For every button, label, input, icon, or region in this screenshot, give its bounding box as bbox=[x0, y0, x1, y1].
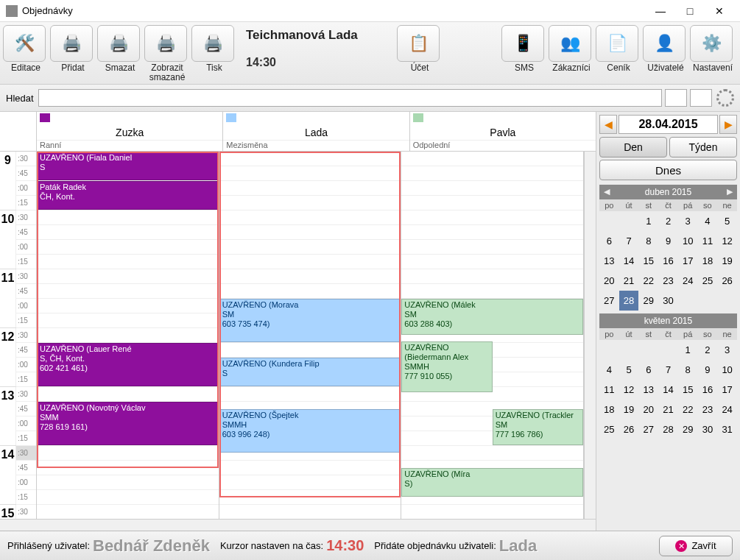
appointment[interactable]: UZAVŘENO (Míra S) bbox=[401, 468, 583, 497]
calendar-day[interactable]: 20 bbox=[638, 400, 658, 419]
calendar-day[interactable]: 20 bbox=[599, 271, 619, 291]
calendar-day[interactable]: 12 bbox=[717, 231, 737, 251]
prev-month-button[interactable]: ◀ bbox=[604, 187, 610, 196]
calendar-day[interactable]: 16 bbox=[698, 380, 718, 400]
calendar-day[interactable]: 15 bbox=[678, 380, 698, 400]
calendar-day[interactable]: 3 bbox=[678, 211, 698, 231]
calendar-day[interactable]: 28 bbox=[658, 419, 678, 439]
calendar-day[interactable]: 1 bbox=[638, 211, 658, 231]
calendar-grid[interactable]: 9:30:45:00:1510:30:45:00:1511:30:45:00:1… bbox=[0, 152, 596, 519]
calendar-day[interactable]: 26 bbox=[717, 271, 737, 291]
toolbar-sms-button[interactable]: 📱 bbox=[501, 25, 544, 62]
calendar-day[interactable]: 27 bbox=[599, 291, 619, 311]
calendar-day[interactable]: 22 bbox=[678, 400, 698, 419]
toolbar-smazat-button[interactable]: 🖨️ bbox=[97, 25, 140, 62]
appointment[interactable]: UZAVŘENO (Lauer René S, ČH, Kont. 602 42… bbox=[37, 343, 219, 386]
toolbar-editace-button[interactable]: 🛠️ bbox=[3, 25, 46, 62]
appointment[interactable]: UZAVŘENO (Novotný Václav SMM 728 619 161… bbox=[37, 402, 219, 445]
calendar-day[interactable]: 14 bbox=[619, 251, 639, 271]
appointment[interactable]: UZAVŘENO (Biedermann Alex SMMH 777 910 0… bbox=[401, 341, 492, 392]
calendar-day[interactable]: 10 bbox=[678, 231, 698, 251]
prev-day-button[interactable]: ◀ bbox=[599, 115, 617, 134]
staff-header[interactable]: Lada Mezisměna bbox=[223, 112, 409, 151]
calendar-day[interactable]: 8 bbox=[638, 231, 658, 251]
today-button[interactable]: Dnes bbox=[599, 160, 737, 180]
calendar-day[interactable]: 19 bbox=[717, 251, 737, 271]
calendar-day[interactable]: 13 bbox=[599, 251, 619, 271]
calendar-day[interactable]: 26 bbox=[619, 419, 639, 439]
toolbar-zákazníci-button[interactable]: 👥 bbox=[549, 25, 591, 62]
toolbar-ceník-button[interactable]: 📄 bbox=[596, 25, 638, 62]
calendar-day[interactable]: 16 bbox=[658, 251, 678, 271]
appointment[interactable]: UZAVŘENO (Trackler SM 777 196 786) bbox=[493, 409, 583, 445]
calendar-day[interactable]: 30 bbox=[658, 291, 678, 311]
calendar-day[interactable]: 10 bbox=[717, 360, 737, 380]
calendar-day[interactable]: 28 bbox=[619, 291, 639, 311]
appointment[interactable]: UZAVŘENO (Morava SM 603 735 474) bbox=[219, 299, 401, 342]
calendar-day[interactable]: 7 bbox=[658, 360, 678, 380]
calendar-day[interactable]: 25 bbox=[599, 419, 619, 439]
toolbar-přidat-button[interactable]: 🖨️ bbox=[50, 25, 93, 62]
horizontal-scrollbar[interactable] bbox=[0, 519, 596, 531]
calendar-day[interactable]: 22 bbox=[638, 271, 658, 291]
calendar-day[interactable]: 6 bbox=[599, 231, 619, 251]
calendar-day[interactable]: 17 bbox=[717, 380, 737, 400]
next-day-button[interactable]: ▶ bbox=[719, 115, 737, 134]
calendar-day[interactable]: 2 bbox=[698, 340, 718, 360]
toolbar-tisk-button[interactable]: 🖨️ bbox=[191, 25, 234, 62]
calendar-day[interactable]: 11 bbox=[599, 380, 619, 400]
calendar-day[interactable]: 6 bbox=[638, 360, 658, 380]
calendar-day[interactable]: 23 bbox=[658, 271, 678, 291]
next-month-button[interactable]: ▶ bbox=[727, 187, 733, 196]
search-input[interactable] bbox=[38, 89, 662, 107]
day-column-lada[interactable]: UZAVŘENO (Morava SM 603 735 474)UZAVŘENO… bbox=[219, 152, 402, 519]
day-column-pavla[interactable]: UZAVŘENO (Málek SM 603 288 403)UZAVŘENO … bbox=[401, 152, 584, 519]
account-button[interactable]: 📋 bbox=[397, 25, 440, 62]
calendar-day[interactable]: 21 bbox=[658, 400, 678, 419]
calendar-day[interactable]: 30 bbox=[698, 419, 718, 439]
toolbar-nastavení-button[interactable]: ⚙️ bbox=[690, 25, 733, 62]
appointment[interactable]: UZAVŘENO (Kundera Filip S bbox=[219, 358, 401, 386]
calendar-day[interactable]: 17 bbox=[678, 251, 698, 271]
calendar-day[interactable]: 8 bbox=[678, 360, 698, 380]
vertical-scrollbar[interactable] bbox=[584, 152, 596, 519]
staff-header[interactable]: Pavla Odpolední bbox=[410, 112, 596, 151]
appointment[interactable]: UZAVŘENO (Špejtek SMMH 603 996 248) bbox=[219, 409, 401, 453]
calendar-day[interactable]: 19 bbox=[619, 400, 639, 419]
calendar-day[interactable]: 18 bbox=[599, 400, 619, 419]
calendar-day[interactable]: 4 bbox=[599, 360, 619, 380]
view-day-button[interactable]: Den bbox=[599, 137, 667, 157]
calendar-day[interactable]: 5 bbox=[619, 360, 639, 380]
calendar-day[interactable]: 14 bbox=[658, 380, 678, 400]
calendar-day[interactable]: 21 bbox=[619, 271, 639, 291]
close-window-button[interactable]: ✕ bbox=[705, 1, 734, 21]
search-aux1[interactable] bbox=[665, 89, 687, 107]
calendar-day[interactable]: 3 bbox=[717, 340, 737, 360]
calendar-day[interactable]: 25 bbox=[698, 271, 718, 291]
calendar-day[interactable]: 24 bbox=[678, 271, 698, 291]
calendar-day[interactable]: 29 bbox=[638, 291, 658, 311]
calendar-day[interactable]: 13 bbox=[638, 380, 658, 400]
maximize-button[interactable]: □ bbox=[675, 1, 705, 21]
calendar-day[interactable]: 12 bbox=[619, 380, 639, 400]
minimize-button[interactable]: — bbox=[646, 1, 675, 21]
calendar-day[interactable]: 31 bbox=[717, 419, 737, 439]
calendar-day[interactable]: 23 bbox=[698, 400, 718, 419]
calendar-day[interactable]: 15 bbox=[638, 251, 658, 271]
calendar-day[interactable]: 29 bbox=[678, 419, 698, 439]
calendar-day[interactable]: 11 bbox=[698, 231, 718, 251]
search-aux2[interactable] bbox=[690, 89, 712, 107]
appointment[interactable]: Paták Radek ČH, Kont. bbox=[37, 181, 219, 210]
calendar-day[interactable]: 18 bbox=[698, 251, 718, 271]
calendar-day[interactable]: 9 bbox=[658, 231, 678, 251]
view-week-button[interactable]: Týden bbox=[669, 137, 737, 157]
calendar-day[interactable]: 1 bbox=[678, 340, 698, 360]
staff-header[interactable]: Zuzka Ranní bbox=[37, 112, 223, 151]
calendar-day[interactable]: 7 bbox=[619, 231, 639, 251]
toolbar-zobrazit
smazané-button[interactable]: 🖨️ bbox=[144, 25, 187, 62]
appointment[interactable]: UZAVŘENO (Málek SM 603 288 403) bbox=[401, 299, 583, 335]
date-field[interactable]: 28.04.2015 bbox=[619, 115, 718, 134]
calendar-day[interactable]: 4 bbox=[698, 211, 718, 231]
appointment[interactable]: UZAVŘENO (Fiala Daniel S bbox=[37, 152, 219, 180]
toolbar-uživatelé-button[interactable]: 👤 bbox=[643, 25, 686, 62]
